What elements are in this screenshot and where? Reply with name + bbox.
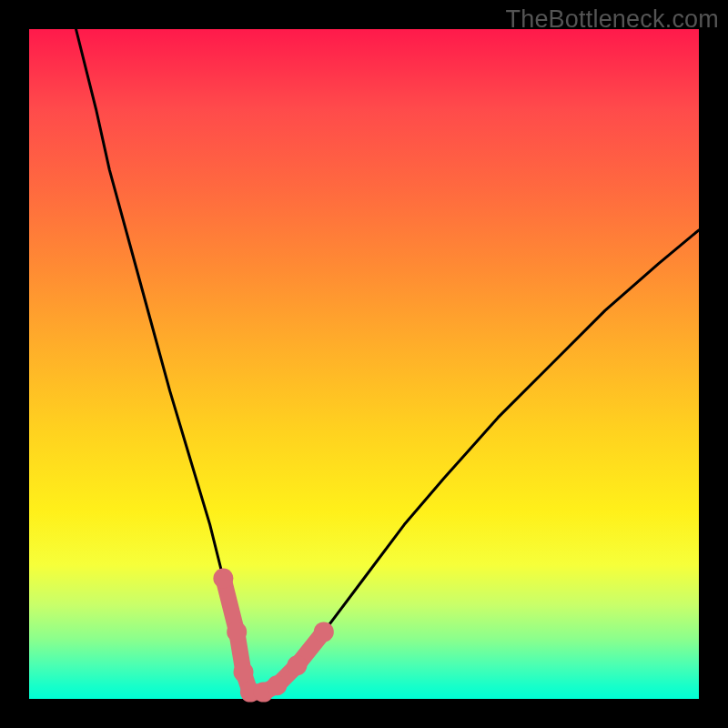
highlight-dot [267, 675, 287, 695]
highlight-dot [227, 622, 247, 642]
chart-frame: TheBottleneck.com [0, 0, 728, 728]
optimal-range-highlight [213, 569, 333, 703]
curve-svg [29, 29, 699, 699]
highlight-dot [234, 662, 254, 682]
plot-area [29, 29, 699, 699]
watermark-text: TheBottleneck.com [505, 5, 719, 34]
highlight-dot [287, 655, 307, 675]
highlight-dot [213, 569, 233, 589]
highlight-dot [314, 622, 334, 642]
bottleneck-curve-path [76, 29, 700, 693]
